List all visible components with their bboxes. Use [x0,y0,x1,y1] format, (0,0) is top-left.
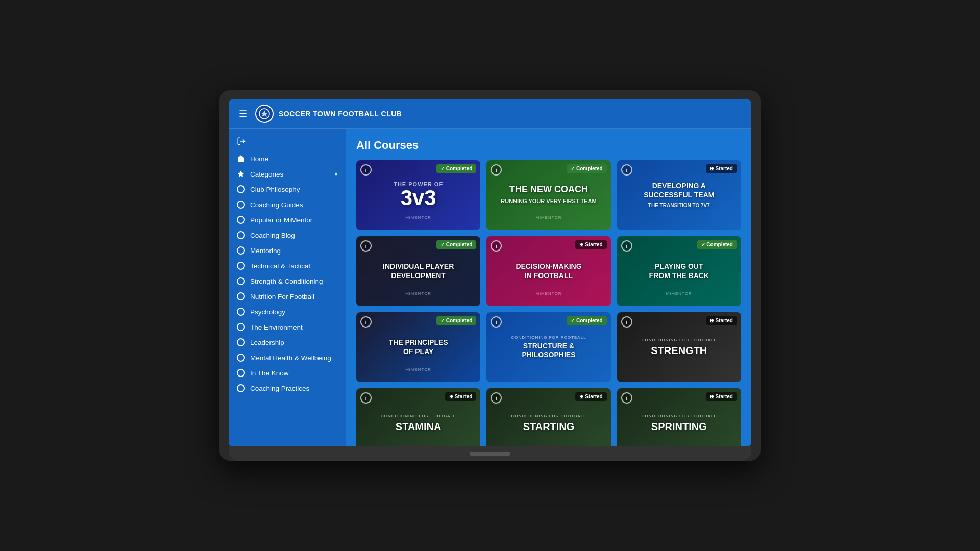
sidebar-item-home[interactable]: Home [229,151,346,166]
course-card-new-coach[interactable]: i ✓ Completed THE NEW COACHRUNNING YOUR … [486,160,610,230]
info-icon[interactable]: i [491,316,502,328]
nav-label: Coaching Blog [250,232,295,239]
course-card-starting[interactable]: i ⊞ Started CONDITIONING FOR FOOTBALL ST… [486,388,610,446]
nav-label: Technical & Tactical [250,262,310,270]
status-badge: ⊞ Started [445,392,476,401]
nav-label: Coaching Guides [250,201,303,209]
laptop-frame: ☰ SOCCER TOWN FOOTBALL CLUB [219,90,761,461]
course-card-playback[interactable]: i ✓ Completed PLAYING OUTFROM THE BACK M… [617,236,741,306]
status-badge: ✓ Completed [436,240,476,249]
info-icon[interactable]: i [621,240,632,252]
sidebar-item-coaching-blog[interactable]: Coaching Blog [229,228,346,243]
nav-label: Mentoring [250,247,281,255]
status-badge: ✓ Completed [567,164,606,173]
categories-label: Categories [250,170,283,178]
brand-header: SOCCER TOWN FOOTBALL CLUB [255,105,402,123]
course-brand-label: MiMENTOR [486,215,610,220]
nav-circle-icon [237,216,245,224]
hamburger-icon[interactable]: ☰ [239,108,247,119]
nav-circle-icon [237,384,245,392]
course-card-dev-team[interactable]: i ⊞ Started DEVELOPING ASUCCESSFUL TEAMT… [617,160,741,230]
course-card-strength[interactable]: i ⊞ Started CONDITIONING FOR FOOTBALL ST… [617,312,741,382]
app-header: ☰ SOCCER TOWN FOOTBALL CLUB [229,99,751,129]
course-brand-label: MiMENTOR [486,291,610,296]
sidebar-item-environment[interactable]: The Environment [229,319,346,335]
sidebar: Home Categories ▾ Club Philosophy [229,129,346,446]
sidebar-item-coaching-guides[interactable]: Coaching Guides [229,197,346,212]
info-icon[interactable]: i [491,240,502,252]
nav-label: Coaching Practices [250,385,309,392]
laptop-screen: ☰ SOCCER TOWN FOOTBALL CLUB [229,99,751,446]
main-content: All Courses i ✓ Completed THE POWER OF 3… [346,129,751,446]
sidebar-item-club-philosophy[interactable]: Club Philosophy [229,182,346,197]
nav-label: The Environment [250,323,303,331]
status-badge: ⊞ Started [706,392,737,401]
nav-circle-icon [237,185,245,193]
brand-name: SOCCER TOWN FOOTBALL CLUB [279,110,402,118]
course-brand-label: MiMENTOR [617,291,741,296]
course-card-principles[interactable]: i ✓ Completed THE PRINCIPLESOF PLAY MiME… [356,312,480,382]
info-icon[interactable]: i [491,164,502,176]
info-icon[interactable]: i [360,240,372,252]
courses-grid: i ✓ Completed THE POWER OF 3v3 MiMENTOR [356,160,741,446]
svg-marker-1 [261,110,268,117]
nav-label: Popular or MiMentor [250,216,312,224]
nav-circle-icon [237,323,245,331]
course-card-structure[interactable]: i ✓ Completed CONDITIONING FOR FOOTBALL … [486,312,610,382]
status-badge: ⊞ Started [575,392,606,401]
nav-circle-icon [237,292,245,300]
sidebar-item-in-the-know[interactable]: In The Know [229,365,346,381]
course-card-stamina[interactable]: i ⊞ Started CONDITIONING FOR FOOTBALL ST… [356,388,480,446]
status-badge: ✓ Completed [436,316,476,325]
sidebar-item-leadership[interactable]: Leadership [229,335,346,350]
nav-circle-icon [237,369,245,377]
course-brand-label: MiMENTOR [356,215,480,220]
nav-circle-icon [237,338,245,346]
status-badge: ✓ Completed [567,316,606,325]
course-brand-label: MiMENTOR [356,367,480,372]
nav-label: In The Know [250,369,289,377]
course-card-sprinting[interactable]: i ⊞ Started CONDITIONING FOR FOOTBALL SP… [617,388,741,446]
info-icon[interactable]: i [360,164,372,176]
laptop-base [229,446,751,461]
nav-label: Leadership [250,339,284,346]
nav-circle-icon [237,246,245,255]
nav-label: Strength & Conditioning [250,278,323,285]
app-container: Home Categories ▾ Club Philosophy [229,129,751,446]
nav-circle-icon [237,231,245,239]
status-badge: ✓ Completed [697,240,737,249]
nav-label: Psychology [250,308,285,316]
course-card-3v3[interactable]: i ✓ Completed THE POWER OF 3v3 MiMENTOR [356,160,480,230]
course-brand-label: MiMENTOR [356,291,480,296]
nav-label: Nutrition For Football [250,293,314,300]
status-badge: ⊞ Started [575,240,606,249]
sidebar-item-coaching-practices[interactable]: Coaching Practices [229,381,346,396]
sidebar-item-popular-mimentor[interactable]: Popular or MiMentor [229,212,346,228]
info-icon[interactable]: i [360,316,372,328]
info-icon[interactable]: i [491,392,502,404]
sidebar-item-technical-tactical[interactable]: Technical & Tactical [229,258,346,273]
sidebar-item-nutrition[interactable]: Nutrition For Football [229,289,346,304]
course-card-ipd[interactable]: i ✓ Completed INDIVIDUAL PLAYERDEVELOPME… [356,236,480,306]
nav-circle-icon [237,201,245,209]
sidebar-item-mental-health[interactable]: Mental Health & Wellbeing [229,350,346,365]
home-label: Home [250,155,268,163]
nav-circle-icon [237,308,245,316]
page-title: All Courses [356,139,741,152]
info-icon[interactable]: i [621,316,632,328]
info-icon[interactable]: i [360,392,372,404]
course-card-decision[interactable]: i ⊞ Started DECISION-MAKINGIN FOOTBALL M… [486,236,610,306]
sidebar-categories-header[interactable]: Categories ▾ [229,166,346,182]
info-icon[interactable]: i [621,392,632,404]
sidebar-item-psychology[interactable]: Psychology [229,304,346,319]
sidebar-item-strength-conditioning[interactable]: Strength & Conditioning [229,273,346,289]
logout-button[interactable] [229,135,346,151]
status-badge: ⊞ Started [706,164,737,173]
sidebar-item-mentoring[interactable]: Mentoring [229,243,346,258]
nav-circle-icon [237,277,245,285]
nav-circle-icon [237,262,245,270]
info-icon[interactable]: i [621,164,632,176]
nav-label: Mental Health & Wellbeing [250,354,331,362]
status-badge: ⊞ Started [706,316,737,325]
laptop-notch [470,452,510,456]
